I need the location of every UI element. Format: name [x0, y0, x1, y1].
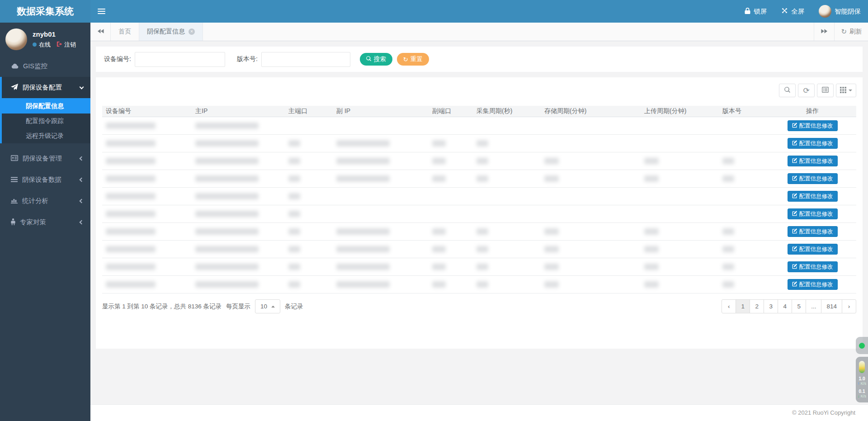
tabs-scroll-right-button[interactable]: [814, 23, 834, 41]
sidebar-item-device-data[interactable]: 阴保设备数据: [0, 169, 90, 190]
tab-home[interactable]: 首页: [111, 23, 139, 41]
content-area: 设备编号: 版本号: 搜索 ↻ 重置: [90, 41, 868, 354]
page-prev-button[interactable]: ‹: [722, 299, 736, 313]
reset-button[interactable]: ↻ 重置: [397, 53, 429, 66]
device-number-label: 设备编号:: [104, 55, 131, 63]
user-menu[interactable]: 智能阴保: [811, 0, 868, 23]
search-button[interactable]: 搜索: [360, 53, 392, 66]
table-cell-actions: 配置信息修改: [769, 173, 856, 184]
table-cell: [429, 175, 473, 182]
table-cell-actions: 配置信息修改: [769, 138, 856, 149]
arrow-up-icon: ↑: [858, 381, 859, 386]
page-number-button[interactable]: 3: [764, 299, 778, 313]
table-row: 配置信息修改: [102, 223, 856, 241]
edit-config-button[interactable]: 配置信息修改: [788, 173, 838, 184]
page-number-button[interactable]: 2: [750, 299, 764, 313]
table-cell: [192, 140, 285, 147]
page-number-button[interactable]: ...: [806, 299, 821, 313]
table-row: 配置信息修改: [102, 205, 856, 223]
redacted-value: [336, 175, 390, 182]
table-row: 配置信息修改: [102, 241, 856, 258]
page-number-button[interactable]: 1: [736, 299, 750, 313]
sidebar-item-device-manage[interactable]: 阴保设备管理: [0, 148, 90, 169]
redacted-value: [722, 281, 734, 288]
sidebar-item-expert-advice[interactable]: 专家对策: [0, 212, 90, 233]
refresh-icon: ⟳: [803, 86, 809, 95]
sidebar-item-device-config[interactable]: 阴保设备配置: [2, 77, 90, 98]
redacted-value: [722, 246, 734, 252]
edit-config-button[interactable]: 配置信息修改: [788, 138, 838, 149]
lock-screen-button[interactable]: 锁屏: [737, 0, 774, 23]
redacted-value: [644, 158, 659, 164]
toolbar-search-button[interactable]: [779, 84, 796, 97]
sidebar-toggle-button[interactable]: [90, 0, 112, 23]
device-number-input[interactable]: [135, 52, 225, 67]
sidebar-item-remote-upgrade-log[interactable]: 远程升级记录: [2, 128, 90, 143]
table-cell: [541, 281, 641, 288]
table-cell: [285, 158, 333, 164]
column-header: 主IP: [192, 107, 285, 115]
redacted-value: [432, 228, 446, 235]
edit-config-button[interactable]: 配置信息修改: [788, 279, 838, 290]
edit-config-button[interactable]: 配置信息修改: [788, 156, 838, 166]
page-size-select[interactable]: 10: [255, 299, 280, 313]
toolbar-columns-button[interactable]: [836, 84, 856, 97]
table-cell: [102, 211, 192, 217]
search-form: 设备编号: 版本号: 搜索 ↻ 重置: [96, 47, 863, 72]
logout-button[interactable]: 注销: [57, 41, 76, 49]
detail-view-icon: [822, 87, 829, 94]
page-next-button[interactable]: ›: [842, 299, 856, 313]
fullscreen-button[interactable]: 全屏: [774, 0, 811, 23]
edit-config-button[interactable]: 配置信息修改: [788, 261, 838, 272]
sidebar-item-config-command-trace[interactable]: 配置指令跟踪: [2, 114, 90, 128]
page-number-button[interactable]: 4: [778, 299, 792, 313]
table-cell: [541, 246, 641, 252]
redacted-value: [476, 140, 488, 147]
user-name: znyb01: [33, 30, 76, 38]
table-row: 配置信息修改: [102, 170, 856, 188]
caret-up-icon: [271, 306, 275, 307]
redacted-value: [644, 175, 659, 182]
speed-widget[interactable]: 1.0 ↑ K/s 0.1 ↓ K/s: [856, 337, 868, 402]
redacted-value: [195, 193, 259, 199]
refresh-tab-button[interactable]: ↻ 刷新: [834, 23, 868, 41]
tab-config-info[interactable]: 阴保配置信息 ×: [139, 23, 203, 41]
table-cell: [333, 281, 429, 288]
edit-config-button[interactable]: 配置信息修改: [788, 120, 838, 131]
redacted-value: [106, 140, 156, 147]
toolbar-refresh-button[interactable]: ⟳: [798, 84, 815, 97]
redacted-value: [432, 246, 446, 252]
table-cell: [473, 281, 541, 288]
page-number-button[interactable]: 814: [821, 299, 842, 313]
refresh-icon: ↻: [403, 56, 408, 63]
sign-out-icon: [57, 41, 62, 48]
app-title: 数据采集系统: [0, 0, 90, 23]
table-cell: [192, 246, 285, 252]
column-header: 主端口: [285, 107, 333, 115]
tabbar-spacer: [203, 23, 814, 41]
sidebar-item-statistics[interactable]: 统计分析: [0, 190, 90, 212]
table-cell: [641, 246, 719, 252]
redacted-value: [288, 140, 300, 147]
page-number-button[interactable]: 5: [792, 299, 806, 313]
page-size-label: 每页显示: [226, 303, 250, 311]
sidebar-item-gis-monitor[interactable]: GIS监控: [0, 56, 90, 77]
version-label: 版本号:: [237, 55, 258, 63]
column-header: 采集周期(秒): [473, 107, 541, 115]
toolbar-detail-view-button[interactable]: [817, 84, 834, 97]
version-input[interactable]: [261, 52, 350, 67]
edit-config-button[interactable]: 配置信息修改: [788, 191, 838, 202]
main-area: 首页 阴保配置信息 × ↻ 刷新 设备编号:: [90, 23, 868, 421]
tab-close-icon[interactable]: ×: [189, 28, 195, 35]
tabs-scroll-left-button[interactable]: [90, 23, 111, 41]
table-cell: [641, 158, 719, 164]
sidebar-item-config-info[interactable]: 阴保配置信息: [2, 98, 90, 114]
edit-config-button[interactable]: 配置信息修改: [788, 226, 838, 237]
table-cell: [333, 264, 429, 270]
speed-widget-status[interactable]: [856, 337, 868, 354]
speed-widget-panel[interactable]: 1.0 ↑ K/s 0.1 ↓ K/s: [856, 357, 868, 402]
edit-config-button[interactable]: 配置信息修改: [788, 208, 838, 219]
redacted-value: [722, 264, 734, 270]
edit-config-button[interactable]: 配置信息修改: [788, 244, 838, 255]
redacted-value: [288, 211, 300, 217]
